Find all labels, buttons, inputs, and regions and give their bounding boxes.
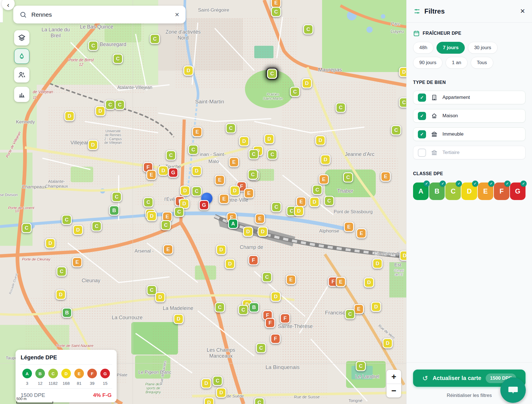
users-button[interactable] [14,67,29,82]
dpe-marker-d[interactable]: D [271,292,281,302]
dpe-marker-c[interactable]: C [290,87,300,97]
dpe-marker-c[interactable]: C [312,185,322,195]
type-card-tertiaire[interactable]: Tertiaire [413,146,526,159]
freshness-pill-7-jours[interactable]: 7 jours [437,42,465,54]
clear-search-icon[interactable]: ✕ [175,12,179,18]
dpe-marker-f[interactable]: F [270,334,281,344]
zoom-in-button[interactable]: + [386,370,401,384]
dpe-marker-e[interactable]: E [381,171,391,182]
dpe-marker-d[interactable]: D [364,277,374,288]
freshness-pill-48h[interactable]: 48h [413,42,433,54]
dpe-marker-c[interactable]: C [62,215,72,225]
dpe-marker-c[interactable]: C [345,309,355,319]
dpe-marker-d[interactable]: D [45,238,55,248]
dpe-marker-e[interactable]: E [163,244,173,255]
dpe-marker-c[interactable]: C [161,220,171,230]
dpe-marker-c[interactable]: C [267,69,277,79]
type-card-appartement[interactable]: ✓Appartement [413,91,526,104]
dpe-marker-c[interactable]: C [105,100,115,110]
dpe-marker-c[interactable]: C [391,125,401,135]
dpe-marker-c[interactable]: C [188,145,198,155]
dpe-marker-d[interactable]: D [88,140,98,150]
dpe-marker-d[interactable]: D [73,225,83,235]
dpe-marker-d[interactable]: D [239,136,249,146]
dpe-marker-d[interactable]: D [243,227,253,237]
dpe-marker-d[interactable]: D [309,197,320,207]
dpe-marker-c[interactable]: C [303,24,313,34]
search-bar[interactable]: ✕ [13,6,186,23]
dpe-marker-d[interactable]: D [155,292,165,302]
dpe-marker-d[interactable]: D [399,67,406,77]
dpe-marker-d[interactable]: D [399,251,406,261]
class-filter-f[interactable]: F✓ [494,183,509,200]
dpe-marker-d[interactable]: D [258,227,268,237]
dpe-marker-d[interactable]: D [383,338,393,348]
dpe-marker-d[interactable]: D [183,66,194,76]
dpe-marker-d[interactable]: D [315,135,325,145]
dpe-marker-c[interactable]: C [271,7,281,17]
checkbox-checked[interactable]: ✓ [418,94,426,102]
dpe-marker-e[interactable]: E [344,222,354,232]
dpe-marker-c[interactable]: C [238,305,248,315]
dpe-marker-d[interactable]: D [294,206,304,216]
dpe-marker-d[interactable]: D [201,378,211,388]
dpe-marker-d[interactable]: D [64,111,75,121]
dpe-marker-d[interactable]: D [216,245,226,255]
layers-button[interactable] [14,30,29,45]
dpe-marker-c[interactable]: C [212,376,223,386]
dpe-marker-c[interactable]: C [249,149,259,159]
dpe-marker-c[interactable]: C [21,223,32,233]
class-filter-g[interactable]: G✓ [510,183,526,200]
dpe-marker-c[interactable]: C [256,343,266,353]
dpe-marker-c[interactable]: C [399,97,406,108]
zoom-out-button[interactable]: − [386,384,401,398]
checkbox-checked[interactable]: ✓ [418,130,426,138]
class-filter-d[interactable]: D✓ [461,183,477,200]
dpe-marker-e[interactable]: E [255,214,265,224]
dpe-marker-c[interactable]: C [271,202,281,212]
dpe-marker-e[interactable]: E [356,228,366,238]
dpe-marker-c[interactable]: C [112,192,122,202]
dpe-marker-d[interactable]: D [180,186,190,196]
dpe-marker-e[interactable]: E [192,127,202,137]
search-input[interactable] [31,11,170,18]
dpe-marker-e[interactable]: E [229,157,239,167]
class-filter-e[interactable]: E✓ [478,183,493,200]
dpe-marker-e[interactable]: E [244,188,254,198]
dpe-marker-d[interactable]: D [173,314,184,324]
dpe-marker-d[interactable]: D [56,290,66,300]
freshness-pill-30-jours[interactable]: 30 jours [468,42,497,54]
dpe-marker-c[interactable]: C [166,150,176,160]
stats-button[interactable] [14,87,29,102]
dpe-marker-d[interactable]: D [371,302,381,312]
freshness-pill-tous[interactable]: Tous [471,57,493,69]
dpe-marker-c[interactable]: C [248,170,258,180]
dpe-marker-c[interactable]: C [336,103,346,113]
dpe-marker-f[interactable]: F [280,313,290,323]
dpe-marker-e[interactable]: E [146,170,157,180]
dpe-marker-d[interactable]: D [372,259,383,269]
dpe-marker-c[interactable]: C [192,186,202,196]
dpe-marker-c[interactable]: C [267,149,277,160]
freshness-pill-90-jours[interactable]: 90 jours [413,57,442,69]
dpe-marker-c[interactable]: C [226,123,236,133]
map-canvas[interactable]: Saint-GrégoireLe Bas QuincéLa Lande du B… [0,0,406,404]
dpe-marker-f[interactable]: F [248,255,259,265]
dpe-marker-d[interactable]: D [320,155,331,165]
dpe-marker-d[interactable]: D [204,398,214,404]
dpe-marker-g[interactable]: G [199,200,209,210]
dpe-marker-b[interactable]: B [62,308,72,318]
dpe-marker-e[interactable]: E [336,277,346,287]
dpe-marker-c[interactable]: C [115,100,125,110]
dpe-marker-b[interactable]: B [109,205,119,216]
dpe-marker-c[interactable]: C [343,172,353,183]
dpe-marker-g[interactable]: G [168,168,178,178]
dpe-marker-c[interactable]: C [150,34,160,44]
dpe-marker-c[interactable]: C [254,398,264,404]
checkbox-unchecked[interactable] [418,149,426,157]
dpe-marker-d[interactable]: D [158,166,168,176]
dpe-marker-c[interactable]: C [215,302,225,312]
dpe-marker-c[interactable]: C [92,221,102,231]
dpe-marker-c[interactable]: C [356,361,366,371]
dpe-marker-a[interactable]: A [228,219,238,229]
